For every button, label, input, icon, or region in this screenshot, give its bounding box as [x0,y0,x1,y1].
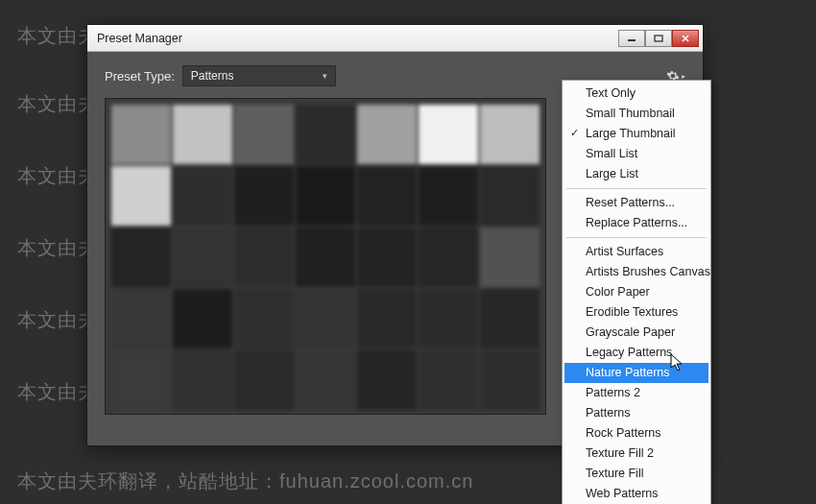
pattern-swatch[interactable] [173,289,232,348]
preset-type-value: Patterns [191,69,234,83]
pattern-swatch[interactable] [480,166,540,226]
menu-item[interactable]: Grayscale Paper [564,323,708,343]
pattern-swatch[interactable] [480,105,540,164]
pattern-swatch[interactable] [419,166,478,226]
pattern-swatch[interactable] [480,350,540,410]
pattern-swatch[interactable] [296,289,355,348]
maximize-button[interactable] [645,30,672,47]
pattern-swatch[interactable] [111,350,171,410]
menu-item[interactable]: Nature Patterns [564,363,708,383]
preset-flyout-menu: Text OnlySmall ThumbnailLarge ThumbnailS… [562,80,711,504]
pattern-swatch[interactable] [234,350,294,410]
menu-separator [566,237,707,238]
pattern-swatch[interactable] [296,105,355,164]
menu-item[interactable]: Texture Fill [564,464,708,484]
menu-item[interactable]: Erodible Textures [564,302,708,323]
svg-rect-0 [628,39,636,41]
watermark-text: 本文由夫环翻译，站酷地址：fuhuan.zcool.com.cn [17,468,473,494]
menu-item[interactable]: Color Paper [564,282,708,302]
pattern-swatch[interactable] [419,105,478,164]
menu-item[interactable]: Artists Brushes Canvas [564,262,708,282]
menu-item[interactable]: Artist Surfaces [564,242,708,262]
pattern-swatch[interactable] [480,289,540,348]
pattern-swatch[interactable] [234,228,294,287]
menu-item[interactable]: Rock Patterns [564,423,708,444]
window-title: Preset Manager [97,32,618,45]
preset-thumbnail-grid[interactable] [105,98,546,415]
menu-item[interactable]: Small List [564,144,708,164]
menu-item[interactable]: Web Patterns [564,484,708,504]
pattern-swatch[interactable] [419,228,478,287]
pattern-swatch[interactable] [234,289,294,348]
pattern-swatch[interactable] [419,289,478,348]
menu-item[interactable]: Legacy Patterns [564,343,708,363]
pattern-swatch[interactable] [173,350,232,410]
pattern-swatch[interactable] [234,166,294,226]
preset-type-label: Preset Type: [105,69,175,84]
menu-item[interactable]: Patterns 2 [564,383,708,403]
svg-rect-1 [655,36,662,41]
menu-item[interactable]: Reset Patterns... [564,193,708,213]
pattern-swatch[interactable] [419,350,478,410]
minimize-button[interactable] [618,30,645,47]
pattern-swatch[interactable] [296,350,355,410]
menu-item[interactable]: Text Only [564,84,708,104]
menu-item[interactable]: Large List [564,164,708,184]
pattern-swatch[interactable] [357,105,417,164]
menu-item[interactable]: Patterns [564,403,708,423]
preset-type-dropdown[interactable]: Patterns ▾ [182,65,336,86]
pattern-swatch[interactable] [173,228,232,287]
menu-item[interactable]: Texture Fill 2 [564,444,708,464]
pattern-swatch[interactable] [111,105,171,164]
pattern-swatch[interactable] [111,228,171,287]
chevron-down-icon: ▾ [323,71,327,81]
pattern-swatch[interactable] [357,166,417,226]
pattern-swatch[interactable] [357,289,417,348]
pattern-swatch[interactable] [173,105,232,164]
pattern-swatch[interactable] [234,105,294,164]
close-button[interactable] [672,30,699,47]
pattern-swatch[interactable] [357,350,417,410]
pattern-swatch[interactable] [480,228,540,287]
menu-item[interactable]: Small Thumbnail [564,104,708,124]
pattern-swatch[interactable] [296,166,355,226]
pattern-swatch[interactable] [173,166,232,226]
pattern-swatch[interactable] [111,166,171,226]
titlebar[interactable]: Preset Manager [87,25,703,52]
menu-separator [566,188,707,189]
menu-item[interactable]: Replace Patterns... [564,213,708,233]
pattern-swatch[interactable] [357,228,417,287]
pattern-swatch[interactable] [296,228,355,287]
menu-item[interactable]: Large Thumbnail [564,124,708,144]
pattern-swatch[interactable] [111,289,171,348]
